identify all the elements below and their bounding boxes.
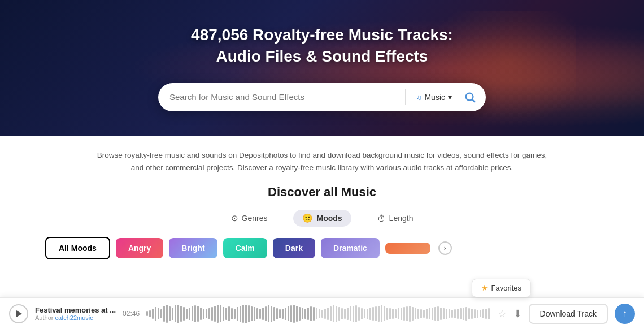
waveform-bar [392, 309, 394, 319]
waveform-bar [465, 307, 467, 321]
scroll-to-top-button[interactable]: ↑ [615, 304, 635, 324]
waveform-bar [364, 309, 365, 318]
search-input[interactable] [169, 92, 399, 102]
waveform-bar [350, 306, 351, 321]
waveform-bar [443, 308, 445, 319]
tab-genres-label: Genres [242, 214, 268, 223]
waveform-bar [290, 305, 292, 322]
tab-genres[interactable]: ⊙ Genres [222, 210, 277, 227]
waveform-bar [344, 309, 346, 319]
mood-all-moods[interactable]: All Moods [45, 237, 110, 259]
waveform-bar [319, 309, 320, 318]
waveform-bar [256, 308, 258, 319]
waveform-bar [155, 307, 156, 321]
waveform-bar [240, 306, 241, 322]
mood-angry[interactable]: Angry [116, 238, 163, 258]
waveform-bar [186, 309, 188, 319]
mood-dramatic[interactable]: Dramatic [321, 238, 380, 258]
scroll-up-icon: ↑ [623, 309, 627, 319]
waveform-bar [304, 309, 306, 319]
waveform-bar [454, 309, 456, 318]
tab-moods[interactable]: 🙂 Moods [293, 210, 351, 227]
waveform-bar [276, 308, 278, 319]
waveform-bar [451, 310, 453, 318]
waveform-bar [468, 308, 470, 319]
play-button[interactable] [9, 304, 28, 323]
tab-length[interactable]: ⏱ Length [368, 210, 423, 227]
waveform-bar [395, 309, 397, 318]
svg-point-0 [466, 93, 473, 100]
waveform-bar [417, 309, 419, 319]
waveform-bar [282, 309, 284, 319]
waveform-bar [355, 305, 357, 322]
waveform-bar [248, 305, 250, 322]
waveform-bar [177, 305, 179, 323]
mood-dark[interactable]: Dark [273, 238, 315, 258]
music-note-icon: ♫ [416, 93, 422, 102]
waveform-bar [172, 308, 173, 320]
waveform-bar [389, 308, 391, 319]
waveform-bar [271, 306, 272, 322]
waveform-bar [169, 306, 171, 321]
waveform-bar [149, 310, 151, 317]
waveform-bar [296, 306, 298, 322]
waveform [146, 305, 491, 323]
waveform-bar [183, 307, 185, 321]
waveform-bar [259, 309, 261, 319]
favorites-tooltip: ★ Favorites [472, 279, 531, 297]
waveform-bar [434, 307, 436, 321]
waveform-bar [254, 307, 255, 321]
download-track-button[interactable]: Download Track [529, 304, 608, 324]
waveform-bar [369, 308, 371, 320]
track-author: Author catch22music [35, 314, 116, 321]
waveform-bar [316, 308, 317, 319]
waveform-bar [330, 306, 332, 321]
waveform-bar [415, 308, 416, 319]
waveform-bar [378, 306, 380, 322]
mood-scroll-right[interactable]: › [438, 241, 452, 255]
waveform-bar [480, 310, 481, 317]
waveform-bar [203, 309, 204, 319]
waveform-bar [279, 309, 281, 318]
waveform-bar [482, 309, 484, 318]
waveform-bar [336, 306, 337, 322]
waveform-bar [449, 309, 450, 318]
waveform-bar [251, 306, 253, 321]
waveform-bar [231, 308, 233, 319]
waveform-bar [245, 305, 247, 323]
waveform-bar [163, 306, 165, 322]
waveform-bar [273, 307, 275, 321]
waveform-bar [327, 308, 329, 320]
waveform-bar [423, 310, 425, 318]
dropdown-label: Music [424, 93, 445, 102]
waveform-bar [228, 306, 230, 321]
waveform-bar [485, 309, 487, 319]
mood-calm[interactable]: Calm [223, 238, 267, 258]
waveform-bar [358, 307, 360, 321]
waveform-bar [262, 308, 264, 320]
download-icon-button[interactable]: ⬇ [514, 308, 522, 320]
waveform-bar [225, 308, 227, 320]
waveform-bar [463, 308, 464, 320]
waveform-bar [307, 308, 309, 320]
waveform-bar [460, 308, 462, 319]
mood-next[interactable] [385, 243, 430, 254]
search-button[interactable] [459, 86, 481, 109]
mood-bright[interactable]: Bright [169, 238, 217, 258]
search-bar: ♫ Music ▾ [158, 83, 486, 111]
play-icon [16, 310, 22, 317]
waveform-bar [175, 305, 176, 322]
main-content: Browse royalty-free music and sounds on … [0, 136, 644, 259]
waveform-bar [372, 307, 374, 321]
favorite-button[interactable]: ☆ [498, 308, 507, 320]
waveform-bar [189, 308, 190, 320]
waveform-bar [268, 305, 269, 322]
waveform-bar [197, 306, 199, 322]
author-link[interactable]: catch22music [55, 314, 93, 321]
waveform-bar [208, 308, 210, 319]
music-type-dropdown[interactable]: ♫ Music ▾ [411, 90, 456, 104]
waveform-bar [299, 307, 301, 321]
svg-line-1 [472, 99, 475, 102]
waveform-bar [324, 309, 326, 319]
waveform-bar [409, 306, 411, 322]
